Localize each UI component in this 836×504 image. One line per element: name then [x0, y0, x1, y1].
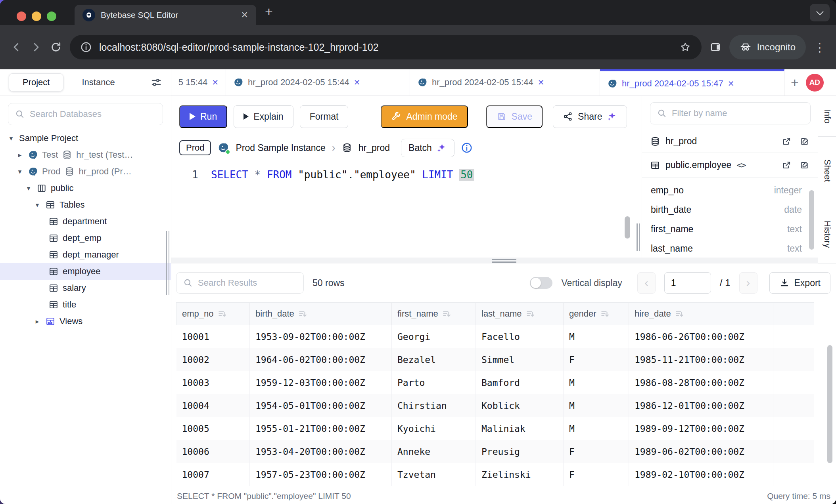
- bookmark-star-icon[interactable]: [679, 41, 691, 53]
- search-databases-input[interactable]: [30, 109, 156, 119]
- column-header-last-name[interactable]: last_name: [476, 303, 564, 325]
- table-row[interactable]: 100061953-04-20T00:00:00ZAnnekePreusigF1…: [176, 440, 814, 463]
- close-tab-icon[interactable]: ✕: [538, 78, 545, 87]
- back-icon[interactable]: [10, 41, 22, 53]
- vertical-display-toggle[interactable]: [530, 277, 552, 289]
- column-header-first-name[interactable]: first_name: [392, 303, 476, 325]
- caret-down-icon[interactable]: ▾: [33, 201, 41, 209]
- tree-item-schema-public[interactable]: ▾ public: [0, 180, 171, 197]
- filter-settings-icon[interactable]: [150, 76, 162, 88]
- tree-item-test-environment[interactable]: ▸ Test hr_test (Test…: [0, 147, 171, 163]
- column-header-birth-date[interactable]: birth_date: [250, 303, 392, 325]
- close-tab-icon[interactable]: ✕: [241, 10, 248, 20]
- close-tab-icon[interactable]: ✕: [728, 79, 734, 88]
- caret-down-icon[interactable]: ▾: [7, 134, 15, 143]
- explain-button[interactable]: Explain: [234, 105, 293, 128]
- editor-tab-2[interactable]: hr_prod 2024-02-05 15:44 ✕: [226, 69, 410, 95]
- table-row[interactable]: 100031959-12-03T00:00:00ZPartoBamfordM19…: [176, 371, 814, 394]
- search-results-input[interactable]: [198, 278, 297, 288]
- column-row-first-name[interactable]: first_name text: [651, 220, 802, 239]
- column-row-birth-date[interactable]: birth_date date: [651, 200, 802, 220]
- column-header-hire-date[interactable]: hire_date: [629, 303, 773, 325]
- panel-resize-handle[interactable]: [637, 223, 640, 251]
- table-row[interactable]: 100011953-09-02T00:00:00ZGeorgiFacelloM1…: [176, 325, 814, 348]
- table-row[interactable]: 100051955-01-21T00:00:00ZKyoichiMaliniak…: [176, 417, 814, 440]
- close-tab-icon[interactable]: ✕: [212, 78, 219, 87]
- caret-right-icon[interactable]: ▸: [33, 317, 41, 326]
- export-button[interactable]: Export: [769, 272, 830, 294]
- run-button[interactable]: Run: [179, 105, 227, 128]
- tree-item-table-title[interactable]: title: [0, 296, 171, 313]
- tab-project[interactable]: Project: [9, 73, 63, 92]
- tree-item-sample-project[interactable]: ▾ Sample Project: [0, 130, 171, 147]
- sort-icon[interactable]: [298, 309, 307, 318]
- table-row[interactable]: 100041954-05-01T00:00:00ZChirstianKoblic…: [176, 394, 814, 417]
- sql-code-line[interactable]: SELECT * FROM "public"."employee" LIMIT …: [171, 166, 642, 181]
- user-avatar[interactable]: AD: [806, 74, 824, 92]
- rail-tab-sheet[interactable]: Sheet: [818, 137, 836, 205]
- database-search-box[interactable]: [8, 103, 163, 125]
- edit-icon[interactable]: [800, 160, 810, 170]
- new-query-tab-button[interactable]: +: [791, 75, 799, 90]
- column-header-gender[interactable]: gender: [564, 303, 629, 325]
- tree-item-table-employee[interactable]: employee: [0, 263, 171, 280]
- sort-icon[interactable]: [526, 309, 535, 318]
- tree-item-prod-environment[interactable]: ▾ Prod hr_prod (Pr…: [0, 163, 171, 180]
- browser-tab[interactable]: Bytebase SQL Editor ✕: [75, 5, 256, 25]
- panel-database-row[interactable]: hr_prod: [642, 130, 818, 153]
- caret-down-icon[interactable]: ▾: [25, 184, 33, 193]
- editor-scrollbar[interactable]: [625, 216, 630, 239]
- batch-button[interactable]: Batch: [401, 139, 454, 157]
- sql-editor[interactable]: 1 SELECT * FROM "public"."employee" LIMI…: [171, 166, 642, 181]
- traffic-light-minimize-button[interactable]: [32, 11, 41, 21]
- editor-tab-1[interactable]: 5 15:44 ✕: [171, 69, 226, 95]
- table-row[interactable]: 100071957-05-23T00:00:00ZTzvetanZielinsk…: [176, 463, 814, 486]
- browser-menu-icon[interactable]: ⋮: [814, 40, 826, 54]
- forward-icon[interactable]: [30, 41, 42, 53]
- url-bar[interactable]: localhost:8080/sql-editor/prod-sample-in…: [70, 35, 702, 59]
- code-icon[interactable]: <>: [736, 160, 746, 170]
- results-search-box[interactable]: [176, 272, 304, 294]
- tab-instance[interactable]: Instance: [82, 77, 115, 88]
- tree-item-table-dept-manager[interactable]: dept_manager: [0, 246, 171, 263]
- editor-tab-3[interactable]: hr_prod 2024-02-05 15:44 ✕: [410, 69, 600, 95]
- next-page-button[interactable]: ›: [739, 272, 757, 294]
- new-tab-button[interactable]: +: [265, 4, 273, 19]
- sort-icon[interactable]: [675, 309, 684, 318]
- edit-icon[interactable]: [800, 136, 810, 147]
- traffic-light-close-button[interactable]: [17, 11, 26, 21]
- editor-tab-4-active[interactable]: hr_prod 2024-02-05 15:47 ✕: [600, 69, 784, 95]
- caret-right-icon[interactable]: ▸: [16, 151, 24, 159]
- split-divider[interactable]: [171, 258, 818, 263]
- filter-box[interactable]: [650, 102, 811, 124]
- column-row-last-name[interactable]: last_name text: [651, 239, 802, 258]
- rail-tab-history[interactable]: History: [818, 205, 836, 263]
- rail-tab-info[interactable]: Info: [818, 96, 836, 137]
- instance-name[interactable]: Prod Sample Instance: [236, 143, 325, 153]
- tree-item-views-group[interactable]: ▸ Views: [0, 313, 171, 330]
- database-name[interactable]: hr_prod: [359, 143, 390, 153]
- filter-by-name-input[interactable]: [672, 108, 804, 118]
- prev-page-button[interactable]: ‹: [637, 272, 656, 294]
- share-button[interactable]: Share: [553, 105, 627, 128]
- connection-info-icon[interactable]: [461, 142, 473, 154]
- tree-item-table-dept-emp[interactable]: dept_emp: [0, 230, 171, 246]
- results-scrollbar[interactable]: [827, 345, 832, 463]
- divider-drag-handle[interactable]: [492, 259, 516, 263]
- site-info-icon[interactable]: [80, 41, 92, 53]
- tree-item-table-salary[interactable]: salary: [0, 280, 171, 296]
- close-tab-icon[interactable]: ✕: [354, 78, 360, 87]
- external-link-icon[interactable]: [781, 160, 792, 170]
- panel-table-row[interactable]: public.employee <>: [642, 153, 818, 178]
- caret-down-icon[interactable]: ▾: [16, 168, 24, 176]
- sort-icon[interactable]: [218, 309, 226, 318]
- tree-item-tables-group[interactable]: ▾ Tables: [0, 197, 171, 213]
- tab-search-button[interactable]: [810, 4, 830, 21]
- panel-scrollbar[interactable]: [809, 190, 814, 250]
- column-row-emp-no[interactable]: emp_no integer: [651, 181, 802, 200]
- reload-icon[interactable]: [50, 41, 62, 53]
- format-button[interactable]: Format: [300, 105, 349, 128]
- admin-mode-button[interactable]: Admin mode: [381, 105, 468, 128]
- sidebar-resize-handle[interactable]: [166, 231, 170, 295]
- sort-icon[interactable]: [442, 309, 451, 318]
